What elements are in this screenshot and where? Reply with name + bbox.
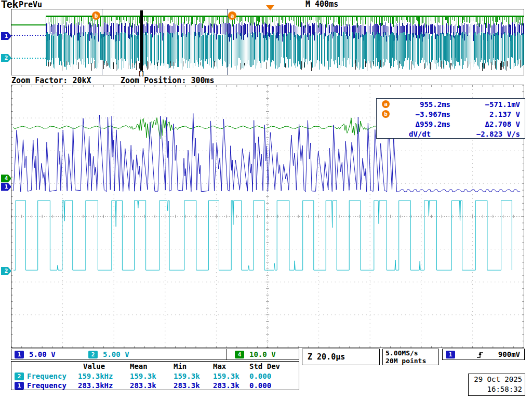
meas-row-ch2-min: 159.3k — [174, 372, 200, 380]
trigger-readout-box[interactable]: 1 900mV — [442, 349, 525, 360]
datetime-box: 29 Oct 2025 16:58:32 — [468, 374, 525, 396]
ch2-scale-readout[interactable]: 5.00 V — [103, 350, 129, 358]
record-length-readout: 20M points — [385, 357, 426, 365]
cursor-b-badge-icon: b — [382, 110, 390, 118]
cursor-dvdt-value: −2.823 V/s — [454, 130, 520, 138]
zoom-position-label[interactable]: Zoom Position: 300ms — [121, 76, 215, 85]
meas-row-ch1-value: 283.3kHz — [78, 381, 113, 390]
zoom-ch4-marker: 4 — [1, 175, 11, 182]
meas-header-stddev: Std Dev — [249, 362, 280, 370]
meas-row-ch1-badge: 1 — [15, 382, 24, 390]
ch4-badge[interactable]: 4 — [235, 351, 244, 358]
cursor-a-time: 955.2ms — [392, 100, 450, 109]
sample-rate-readout: 5.00MS/s — [385, 350, 418, 357]
ch2-badge[interactable]: 2 — [88, 351, 98, 358]
zoom-factor-label[interactable]: Zoom Factor: 20kX — [11, 76, 91, 85]
meas-row-ch2-name[interactable]: Frequency — [27, 372, 66, 380]
meas-header-max: Max — [213, 362, 226, 370]
meas-header-min: Min — [174, 362, 187, 370]
scale-bar-divider — [227, 349, 227, 360]
ch1-badge[interactable]: 1 — [15, 351, 24, 358]
cursor-b-time: −3.967ms — [392, 110, 450, 118]
record-view-window — [11, 9, 524, 75]
zoom-scale-box[interactable]: Z 20.0µs — [302, 349, 380, 365]
overview-ch1-marker: 1 — [1, 32, 11, 40]
main-timebase-readout[interactable]: M 400ms — [305, 0, 338, 9]
meas-row-ch1-mean: 283.3k — [130, 381, 156, 390]
vertical-scale-bar: 1 5.00 V 2 5.00 V 4 10.0 V — [11, 349, 299, 360]
time-readout: 16:58:32 — [487, 385, 522, 393]
zoom-ch1-marker: 1 — [1, 183, 11, 191]
trigger-slope-rising-icon — [476, 350, 484, 359]
trigger-position-marker-icon[interactable] — [266, 5, 274, 10]
cursor-a-value: −571.1mV — [454, 100, 520, 109]
meas-row-ch2-badge: 2 — [15, 373, 24, 380]
meas-row-ch1-min: 283.3k — [174, 381, 200, 390]
zoom-ch2-marker: 2 — [1, 267, 11, 275]
date-readout: 29 Oct 2025 — [474, 375, 522, 383]
zoom-scale-readout: Z 20.0µs — [308, 353, 345, 362]
meas-header-mean: Mean — [130, 362, 148, 370]
meas-row-ch1-max: 283.3k — [213, 381, 240, 390]
cursor-readout-panel: a 955.2ms −571.1mV b −3.967ms 2.137 V Δ9… — [376, 98, 525, 139]
meas-row-ch1-name[interactable]: Frequency — [27, 381, 66, 390]
acquisition-mode-label: PreVu — [19, 1, 42, 9]
meas-row-ch1-stddev: 0.000 — [249, 381, 271, 390]
trigger-level-readout: 900mV — [498, 350, 520, 358]
acquisition-info-box[interactable]: 5.00MS/s 20M points — [382, 349, 439, 365]
ch4-scale-readout[interactable]: 10.0 V — [249, 350, 276, 358]
cursor-delta-time: Δ959.2ms — [392, 120, 450, 128]
cursor-delta-value: Δ2.708 V — [454, 120, 520, 128]
meas-row-ch2-mean: 159.3k — [130, 372, 156, 380]
cursor-b-marker[interactable]: b — [92, 11, 100, 20]
measurement-table: Value Mean Min Max Std Dev 2 Frequency 1… — [11, 361, 299, 390]
cursor-b-value: 2.137 V — [454, 110, 520, 118]
ch1-scale-readout[interactable]: 5.00 V — [29, 350, 56, 358]
meas-row-ch2-value: 159.3kHz — [78, 372, 113, 380]
oscilloscope-screen: Tek PreVu M 400ms 1 2 b a [] Zoom Factor… — [0, 0, 532, 399]
overview-ch2-marker: 2 — [1, 54, 11, 62]
overview-waveform-display — [11, 9, 524, 75]
meas-row-ch2-max: 159.3k — [213, 372, 240, 380]
trigger-source-badge: 1 — [446, 351, 455, 358]
cursor-a-marker[interactable]: a — [228, 11, 236, 20]
cursor-a-badge-icon: a — [382, 100, 390, 108]
cursor-dvdt-label: dV/dt — [409, 130, 431, 138]
meas-header-value: Value — [83, 362, 105, 370]
meas-row-ch2-stddev: 0.000 — [249, 372, 271, 380]
zoom-bracket-label[interactable]: [] — [138, 71, 144, 77]
